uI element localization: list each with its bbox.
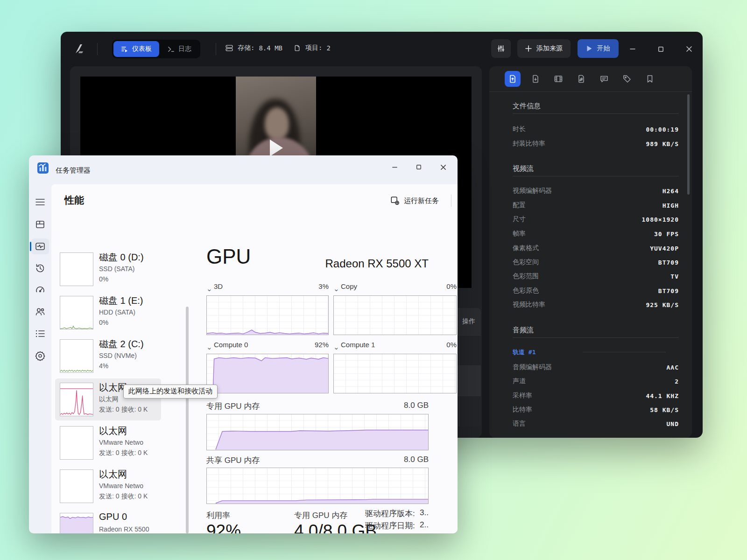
actions-header-label: 操作 xyxy=(462,317,475,326)
details-icon[interactable] xyxy=(35,328,46,339)
engine-header-copy: ⌄ Copy 0% xyxy=(333,282,457,293)
info-label: 色彩空间 xyxy=(513,258,539,266)
driver-value: 1.. xyxy=(420,532,429,533)
info-label: 色彩原色 xyxy=(513,287,539,295)
menu-icon[interactable] xyxy=(35,196,46,208)
gpu-pane-title: GPU xyxy=(206,245,251,268)
tab-export[interactable] xyxy=(528,71,543,87)
shared-memory-label: 共享 GPU 内存 xyxy=(206,455,260,466)
item-stat: 0% xyxy=(99,319,160,326)
info-row: 色彩原色 BT709 xyxy=(513,286,679,296)
chevron-down-icon[interactable]: ⌄ xyxy=(333,343,339,351)
app-history-icon[interactable] xyxy=(35,263,46,274)
start-button[interactable]: 开始 xyxy=(578,39,619,58)
item-sub: HDD (SATA) xyxy=(99,308,159,316)
info-label: 像素格式 xyxy=(513,244,539,252)
tag-icon xyxy=(622,74,632,84)
info-value: H264 xyxy=(662,188,679,195)
video-subject-face xyxy=(265,107,289,140)
engine-percent: 92% xyxy=(315,341,329,349)
info-value: BT709 xyxy=(658,259,679,266)
tab-logs-label: 日志 xyxy=(178,45,191,53)
driver-label: 驱动程序版本: xyxy=(365,509,415,518)
tab-file-info[interactable] xyxy=(505,71,521,87)
mixer-button[interactable] xyxy=(491,39,511,58)
storage-label: 存储: xyxy=(238,44,254,52)
engine-label: Compute 1 xyxy=(341,341,375,349)
info-label: 配置 xyxy=(513,201,526,210)
chevron-down-icon[interactable]: ⌄ xyxy=(206,343,212,351)
tm-close-button[interactable] xyxy=(432,158,454,176)
info-tabs xyxy=(489,66,692,92)
divider xyxy=(513,337,679,338)
panel-scrollbar[interactable] xyxy=(686,93,690,434)
services-icon[interactable] xyxy=(35,350,46,361)
more-options-button[interactable]: ··· xyxy=(456,193,458,209)
info-label: 时长 xyxy=(513,125,526,133)
list-item-disk2[interactable]: 磁盘 2 (C:) SSD (NVMe) 4% xyxy=(55,335,161,377)
tab-logs[interactable]: 日志 xyxy=(160,41,199,57)
recorder-logo-icon xyxy=(73,42,87,56)
info-label: 语言 xyxy=(513,420,526,428)
run-new-task-button[interactable]: 运行新任务 xyxy=(386,193,444,209)
info-value: 2 xyxy=(675,378,679,385)
engine-label: Compute 0 xyxy=(214,341,248,349)
chevron-down-icon[interactable]: ⌄ xyxy=(333,285,339,293)
project-stat: 项目: 2 xyxy=(293,44,331,52)
item-sub: VMware Netwo xyxy=(99,439,159,446)
item-name: 以太网 xyxy=(99,425,127,437)
driver-label: 驱动程序日期: xyxy=(365,521,415,530)
tm-minimize-button[interactable] xyxy=(384,158,405,176)
list-item-ethernet1[interactable]: 以太网 VMware Netwo 发送: 0 接收: 0 K xyxy=(55,422,161,464)
dedicated-memory-capacity: 8.0 GB xyxy=(404,401,429,410)
start-label: 开始 xyxy=(597,44,610,53)
engine-label: 3D xyxy=(214,282,223,290)
run-new-task-label: 运行新任务 xyxy=(404,196,439,205)
tab-video[interactable] xyxy=(550,71,566,87)
tab-tags[interactable] xyxy=(619,71,635,87)
gpu-detail-pane: GPU Radeon RX 5500 XT ⌄ 3D 3% ⌄ Copy 0% xyxy=(195,218,451,533)
info-row: 语言 UND xyxy=(513,419,679,429)
storage-value: 8.4 MB xyxy=(259,44,282,52)
chevron-down-icon[interactable]: ⌄ xyxy=(206,285,212,293)
info-row: 视频编解码器 H264 xyxy=(513,186,679,196)
sliders-icon xyxy=(497,44,505,53)
comment-icon xyxy=(599,74,609,84)
add-source-button[interactable]: 添加来源 xyxy=(517,39,571,58)
scrollbar-thumb[interactable] xyxy=(186,307,189,533)
maximize-button[interactable] xyxy=(655,44,666,54)
tab-audio[interactable] xyxy=(573,71,589,87)
engine-percent: 3% xyxy=(318,282,329,290)
info-value: 00:00:19 xyxy=(646,126,679,133)
info-row: 视频比特率 925 KB/S xyxy=(513,300,679,310)
list-item-ethernet2[interactable]: 以太网 VMware Netwo 发送: 0 接收: 0 K xyxy=(55,465,161,507)
play-button[interactable] xyxy=(268,139,284,157)
tab-subtitles[interactable] xyxy=(596,71,612,87)
performance-icon[interactable] xyxy=(35,241,46,252)
engine-header-compute1: ⌄ Compute 1 0% xyxy=(333,341,457,351)
startup-apps-icon[interactable] xyxy=(35,284,46,295)
minimize-button[interactable] xyxy=(627,44,638,54)
dedicated-mem-stat-value: 4.0/8.0 GB xyxy=(294,521,377,533)
info-label: 音频编解码器 xyxy=(513,363,552,371)
divider xyxy=(97,43,98,55)
tm-maximize-button[interactable] xyxy=(408,158,430,176)
info-label: 色彩范围 xyxy=(513,272,539,280)
tm-page-title: 性能 xyxy=(64,194,84,207)
users-icon[interactable] xyxy=(35,306,46,317)
processes-icon[interactable] xyxy=(35,219,46,230)
list-scrollbar[interactable] xyxy=(186,218,189,533)
plus-icon xyxy=(525,45,532,52)
tab-dashboard[interactable]: 仪表板 xyxy=(113,41,159,57)
close-button[interactable] xyxy=(684,44,694,54)
info-label: 尺寸 xyxy=(513,215,526,224)
list-item-disk0[interactable]: 磁盘 0 (D:) SSD (SATA) 0% xyxy=(55,248,161,290)
list-item-gpu0[interactable]: GPU 0 Radeon RX 5500 92% (55 °C) xyxy=(55,509,161,533)
track-label: 轨道 #1 xyxy=(513,348,536,357)
list-item-disk1[interactable]: 磁盘 1 (E:) HDD (SATA) 0% xyxy=(55,292,161,334)
scrollbar-thumb[interactable] xyxy=(687,94,690,195)
tm-titlebar[interactable]: 任务管理器 xyxy=(29,155,458,184)
tab-bookmarks[interactable] xyxy=(642,71,658,87)
project-files-icon xyxy=(293,44,301,52)
item-name: 以太网 xyxy=(99,381,127,394)
